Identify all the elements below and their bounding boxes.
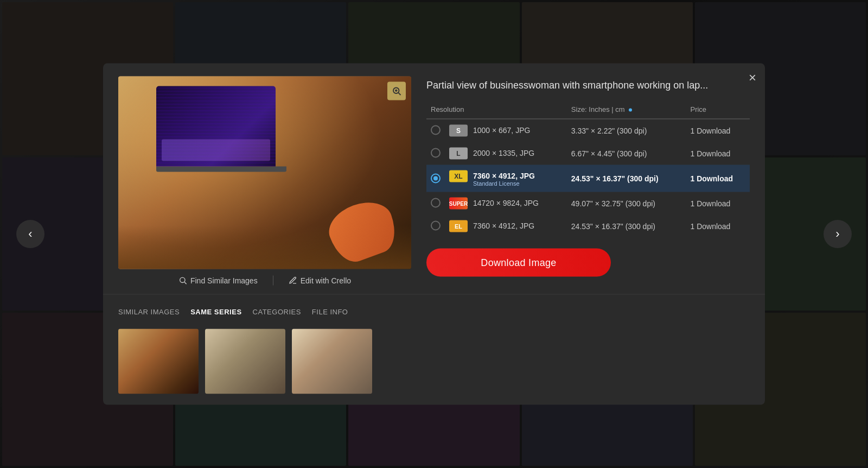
search-icon <box>178 276 187 285</box>
thumbnails-row <box>118 329 750 394</box>
price-cell-super: 1 Download <box>686 192 750 215</box>
radio-cell-el[interactable] <box>426 215 445 238</box>
resolution-value-super: 14720 × 9824, JPG <box>473 198 539 207</box>
resolution-value-el: 7360 × 4912, JPG <box>473 222 534 230</box>
badge-super: SUPER <box>449 198 468 210</box>
price-cell-xl: 1 Download <box>686 165 750 192</box>
badge-s: S <box>449 125 468 137</box>
prev-arrow-button[interactable]: ‹ <box>16 220 44 248</box>
resolution-value-xl: 7360 × 4912, JPG <box>473 172 535 180</box>
tab-fileinfo[interactable]: FILE INFO <box>312 303 359 320</box>
badge-xl: XL <box>449 170 468 182</box>
table-row-l[interactable]: L 2000 × 1335, JPG 6.67" × 4.45" (300 dp… <box>426 142 750 165</box>
radio-cell-xl[interactable] <box>426 165 445 192</box>
image-section: Find Similar Images Edit with Crello <box>118 77 411 286</box>
resolution-value-s: 1000 × 667, JPG <box>473 126 530 135</box>
table-row-xl[interactable]: XL 7360 × 4912, JPG Standard License 24.… <box>426 165 750 192</box>
badge-l: L <box>449 148 468 160</box>
resolution-cell-xl: XL 7360 × 4912, JPG Standard License <box>445 165 567 192</box>
chevron-right-icon: › <box>835 227 839 241</box>
thumbnail-1[interactable] <box>118 329 199 394</box>
size-unit-dot <box>629 108 632 111</box>
modal-bottom-section: SIMILAR IMAGESSAME SERIESCATEGORIESFILE … <box>103 294 765 405</box>
header-size: Size: Inches | cm <box>567 102 686 119</box>
header-price: Price <box>686 102 750 119</box>
radio-super[interactable] <box>431 198 441 207</box>
radio-el[interactable] <box>431 220 441 230</box>
options-table: Resolution Size: Inches | cm Price <box>426 102 750 238</box>
price-cell-s: 1 Download <box>686 119 750 142</box>
radio-cell-l[interactable] <box>426 142 445 165</box>
resolution-cell-el: EL 7360 × 4912, JPG <box>445 215 567 238</box>
thumbnail-3[interactable] <box>292 329 372 394</box>
tab-categories[interactable]: CATEGORIES <box>253 303 312 320</box>
radio-cell-s[interactable] <box>426 119 445 142</box>
zoom-button[interactable] <box>387 82 406 100</box>
edit-crello-button[interactable]: Edit with Crello <box>289 276 351 285</box>
find-similar-button[interactable]: Find Similar Images <box>178 276 258 285</box>
badge-el: EL <box>449 220 468 232</box>
chevron-left-icon: ‹ <box>28 227 32 241</box>
table-row-el[interactable]: EL 7360 × 4912, JPG 24.53" × 16.37" (300… <box>426 215 750 238</box>
size-cell-super: 49.07" × 32.75" (300 dpi) <box>567 192 686 215</box>
radio-s[interactable] <box>431 125 441 135</box>
main-image <box>118 77 411 269</box>
next-arrow-button[interactable]: › <box>824 220 852 248</box>
tab-similar[interactable]: SIMILAR IMAGES <box>118 303 190 320</box>
laptop-decoration <box>156 86 286 173</box>
actions-divider <box>273 276 273 286</box>
image-title: Partial view of businesswoman with smart… <box>426 79 750 92</box>
tabs-row: SIMILAR IMAGESSAME SERIESCATEGORIESFILE … <box>118 303 750 320</box>
size-cell-el: 24.53" × 16.37" (300 dpi) <box>567 215 686 238</box>
resolution-cell-l: L 2000 × 1335, JPG <box>445 142 567 165</box>
size-cell-l: 6.67" × 4.45" (300 dpi) <box>567 142 686 165</box>
tab-series[interactable]: SAME SERIES <box>190 303 252 320</box>
resolution-cell-s: S 1000 × 667, JPG <box>445 119 567 142</box>
price-cell-el: 1 Download <box>686 215 750 238</box>
size-cell-xl: 24.53" × 16.37" (300 dpi) <box>567 165 686 192</box>
main-image-inner <box>118 77 411 269</box>
svg-line-1 <box>398 93 400 95</box>
image-detail-modal: × <box>103 64 765 405</box>
svg-point-4 <box>180 277 185 282</box>
price-cell-l: 1 Download <box>686 142 750 165</box>
radio-cell-super[interactable] <box>426 192 445 215</box>
table-row-super[interactable]: SUPER 14720 × 9824, JPG 49.07" × 32.75" … <box>426 192 750 215</box>
resolution-value-l: 2000 × 1335, JPG <box>473 149 534 157</box>
close-button[interactable]: × <box>749 71 756 84</box>
radio-l[interactable] <box>431 148 441 157</box>
thumbnail-2[interactable] <box>205 329 285 394</box>
image-actions: Find Similar Images Edit with Crello <box>178 276 351 286</box>
info-section: Partial view of businesswoman with smart… <box>426 77 750 286</box>
resolution-cell-super: SUPER 14720 × 9824, JPG <box>445 192 567 215</box>
svg-line-5 <box>184 282 187 284</box>
radio-xl[interactable] <box>431 174 441 184</box>
modal-top-section: × <box>103 64 765 294</box>
edit-icon <box>289 276 297 285</box>
header-resolution: Resolution <box>426 102 567 119</box>
download-image-button[interactable]: Download Image <box>426 249 611 277</box>
sub-label-xl: Standard License <box>473 180 535 187</box>
size-cell-s: 3.33" × 2.22" (300 dpi) <box>567 119 686 142</box>
table-row-s[interactable]: S 1000 × 667, JPG 3.33" × 2.22" (300 dpi… <box>426 119 750 142</box>
